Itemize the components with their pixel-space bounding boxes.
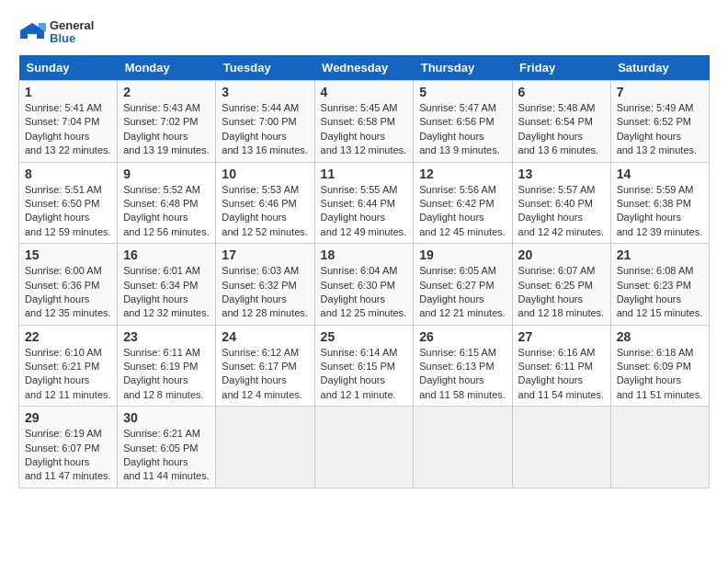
day-number: 9 <box>123 167 210 181</box>
day-cell-3: 3Sunrise: 5:44 AMSunset: 7:00 PMDaylight… <box>216 81 314 163</box>
day-cell-4: 4Sunrise: 5:45 AMSunset: 6:58 PMDaylight… <box>314 81 414 163</box>
day-info: Sunrise: 5:55 AMSunset: 6:44 PMDaylight … <box>321 183 408 240</box>
calendar-week-2: 8Sunrise: 5:51 AMSunset: 6:50 PMDaylight… <box>19 162 710 244</box>
day-cell-2: 2Sunrise: 5:43 AMSunset: 7:02 PMDaylight… <box>118 81 216 163</box>
day-cell-25: 25Sunrise: 6:14 AMSunset: 6:15 PMDayligh… <box>314 325 414 407</box>
day-info: Sunrise: 6:04 AMSunset: 6:30 PMDaylight … <box>321 264 408 321</box>
day-info: Sunrise: 5:47 AMSunset: 6:56 PMDaylight … <box>419 101 506 158</box>
day-number: 22 <box>25 329 111 344</box>
weekday-header-thursday: Thursday <box>414 55 512 81</box>
calendar-week-3: 15Sunrise: 6:00 AMSunset: 6:36 PMDayligh… <box>19 244 710 326</box>
logo-general: General <box>50 19 94 32</box>
day-info: Sunrise: 5:57 AMSunset: 6:40 PMDaylight … <box>518 183 605 240</box>
day-cell-21: 21Sunrise: 6:08 AMSunset: 6:23 PMDayligh… <box>610 244 709 326</box>
day-number: 8 <box>25 167 111 181</box>
day-cell-11: 11Sunrise: 5:55 AMSunset: 6:44 PMDayligh… <box>314 162 414 244</box>
day-number: 5 <box>419 85 506 99</box>
day-cell-22: 22Sunrise: 6:10 AMSunset: 6:21 PMDayligh… <box>19 325 118 407</box>
day-number: 13 <box>518 167 605 181</box>
calendar-week-4: 22Sunrise: 6:10 AMSunset: 6:21 PMDayligh… <box>19 325 710 407</box>
day-number: 18 <box>321 247 408 262</box>
day-cell-19: 19Sunrise: 6:05 AMSunset: 6:27 PMDayligh… <box>414 244 512 326</box>
day-info: Sunrise: 6:16 AMSunset: 6:11 PMDaylight … <box>518 346 605 403</box>
day-number: 20 <box>518 247 605 262</box>
day-info: Sunrise: 6:14 AMSunset: 6:15 PMDaylight … <box>321 346 408 403</box>
day-cell-16: 16Sunrise: 6:01 AMSunset: 6:34 PMDayligh… <box>118 244 216 326</box>
page-header: General Blue <box>18 18 710 46</box>
empty-cell <box>216 407 314 488</box>
day-info: Sunrise: 5:43 AMSunset: 7:02 PMDaylight … <box>123 101 210 158</box>
day-info: Sunrise: 6:10 AMSunset: 6:21 PMDaylight … <box>25 346 111 403</box>
calendar-table: SundayMondayTuesdayWednesdayThursdayFrid… <box>18 55 710 488</box>
logo-text-block: General Blue <box>18 18 94 46</box>
empty-cell <box>314 407 414 488</box>
day-info: Sunrise: 6:08 AMSunset: 6:23 PMDaylight … <box>617 264 703 321</box>
day-number: 16 <box>123 247 210 262</box>
day-number: 21 <box>617 247 703 262</box>
calendar-week-1: 1Sunrise: 5:41 AMSunset: 7:04 PMDaylight… <box>19 81 710 163</box>
day-info: Sunrise: 5:45 AMSunset: 6:58 PMDaylight … <box>321 101 408 158</box>
day-info: Sunrise: 5:59 AMSunset: 6:38 PMDaylight … <box>617 183 703 240</box>
day-cell-26: 26Sunrise: 6:15 AMSunset: 6:13 PMDayligh… <box>414 325 512 407</box>
day-cell-18: 18Sunrise: 6:04 AMSunset: 6:30 PMDayligh… <box>314 244 414 326</box>
day-number: 14 <box>617 167 703 181</box>
day-cell-14: 14Sunrise: 5:59 AMSunset: 6:38 PMDayligh… <box>610 162 709 244</box>
day-info: Sunrise: 6:01 AMSunset: 6:34 PMDaylight … <box>123 264 210 321</box>
weekday-header-saturday: Saturday <box>610 55 709 81</box>
day-number: 17 <box>222 247 308 262</box>
day-number: 11 <box>321 167 408 181</box>
day-cell-29: 29Sunrise: 6:19 AMSunset: 6:07 PMDayligh… <box>19 407 118 488</box>
logo: General Blue <box>18 18 94 46</box>
day-number: 23 <box>123 329 210 344</box>
day-cell-8: 8Sunrise: 5:51 AMSunset: 6:50 PMDaylight… <box>19 162 118 244</box>
day-number: 6 <box>518 85 605 99</box>
calendar-week-5: 29Sunrise: 6:19 AMSunset: 6:07 PMDayligh… <box>19 407 710 488</box>
day-cell-6: 6Sunrise: 5:48 AMSunset: 6:54 PMDaylight… <box>512 81 610 163</box>
weekday-header-sunday: Sunday <box>19 55 118 81</box>
day-info: Sunrise: 6:15 AMSunset: 6:13 PMDaylight … <box>419 346 506 403</box>
day-number: 27 <box>518 329 605 344</box>
day-info: Sunrise: 5:49 AMSunset: 6:52 PMDaylight … <box>617 101 703 158</box>
day-number: 25 <box>321 329 408 344</box>
logo-blue: Blue <box>50 32 94 45</box>
day-info: Sunrise: 6:07 AMSunset: 6:25 PMDaylight … <box>518 264 605 321</box>
day-info: Sunrise: 6:19 AMSunset: 6:07 PMDaylight … <box>25 427 111 484</box>
day-info: Sunrise: 6:18 AMSunset: 6:09 PMDaylight … <box>617 346 703 403</box>
day-number: 4 <box>321 85 408 99</box>
day-cell-13: 13Sunrise: 5:57 AMSunset: 6:40 PMDayligh… <box>512 162 610 244</box>
day-info: Sunrise: 5:41 AMSunset: 7:04 PMDaylight … <box>25 101 111 158</box>
day-number: 24 <box>222 329 308 344</box>
day-cell-20: 20Sunrise: 6:07 AMSunset: 6:25 PMDayligh… <box>512 244 610 326</box>
day-cell-7: 7Sunrise: 5:49 AMSunset: 6:52 PMDaylight… <box>610 81 709 163</box>
day-info: Sunrise: 6:03 AMSunset: 6:32 PMDaylight … <box>222 264 308 321</box>
day-cell-23: 23Sunrise: 6:11 AMSunset: 6:19 PMDayligh… <box>118 325 216 407</box>
day-cell-28: 28Sunrise: 6:18 AMSunset: 6:09 PMDayligh… <box>610 325 709 407</box>
day-number: 12 <box>419 167 506 181</box>
day-number: 15 <box>25 247 111 262</box>
day-number: 1 <box>25 85 111 99</box>
day-info: Sunrise: 6:11 AMSunset: 6:19 PMDaylight … <box>123 346 210 403</box>
day-number: 26 <box>419 329 506 344</box>
day-number: 28 <box>617 329 703 344</box>
day-cell-10: 10Sunrise: 5:53 AMSunset: 6:46 PMDayligh… <box>216 162 314 244</box>
weekday-header-friday: Friday <box>512 55 610 81</box>
day-number: 10 <box>222 167 308 181</box>
day-number: 30 <box>123 410 210 425</box>
day-number: 19 <box>419 247 506 262</box>
day-number: 3 <box>222 85 308 99</box>
day-info: Sunrise: 5:51 AMSunset: 6:50 PMDaylight … <box>25 183 111 240</box>
day-cell-12: 12Sunrise: 5:56 AMSunset: 6:42 PMDayligh… <box>414 162 512 244</box>
weekday-header-monday: Monday <box>118 55 216 81</box>
day-info: Sunrise: 5:44 AMSunset: 7:00 PMDaylight … <box>222 101 308 158</box>
day-info: Sunrise: 6:21 AMSunset: 6:05 PMDaylight … <box>123 427 210 484</box>
day-cell-17: 17Sunrise: 6:03 AMSunset: 6:32 PMDayligh… <box>216 244 314 326</box>
day-cell-24: 24Sunrise: 6:12 AMSunset: 6:17 PMDayligh… <box>216 325 314 407</box>
empty-cell <box>610 407 709 488</box>
day-info: Sunrise: 6:12 AMSunset: 6:17 PMDaylight … <box>222 346 308 403</box>
day-cell-30: 30Sunrise: 6:21 AMSunset: 6:05 PMDayligh… <box>118 407 216 488</box>
logo-icon <box>18 18 46 46</box>
empty-cell <box>414 407 512 488</box>
empty-cell <box>512 407 610 488</box>
day-info: Sunrise: 6:05 AMSunset: 6:27 PMDaylight … <box>419 264 506 321</box>
day-number: 29 <box>25 410 111 425</box>
